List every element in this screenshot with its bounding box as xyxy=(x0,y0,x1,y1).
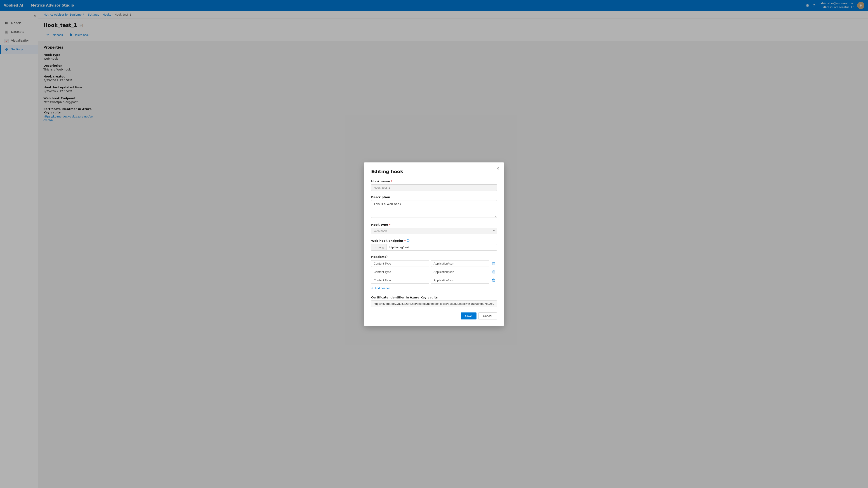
header-val-1[interactable] xyxy=(431,269,489,275)
endpoint-prefix: https:// xyxy=(371,244,386,251)
hook-name-label: Hook name * xyxy=(371,180,497,183)
cert-identifier-input[interactable] xyxy=(371,300,497,307)
cert-identifier-group: Certificate identifier in Azure Key vaul… xyxy=(371,296,497,307)
header-val-0[interactable] xyxy=(431,260,489,267)
webhook-endpoint-input[interactable] xyxy=(386,244,497,251)
header-key-0[interactable] xyxy=(371,260,429,267)
hook-type-select-wrapper: Web hook ▾ xyxy=(371,228,497,234)
add-header-plus-icon: + xyxy=(371,286,373,290)
hook-name-input[interactable] xyxy=(371,184,497,191)
info-icon[interactable]: ⓘ xyxy=(407,239,409,242)
hook-type-required: * xyxy=(389,223,391,226)
header-key-2[interactable] xyxy=(371,277,429,284)
modal-footer: Save Cancel xyxy=(371,313,497,320)
webhook-endpoint-required: * xyxy=(404,239,406,242)
add-header-button[interactable]: + Add header xyxy=(371,285,390,291)
add-header-label: Add header xyxy=(375,287,390,290)
cancel-button[interactable]: Cancel xyxy=(478,313,497,320)
hook-name-required: * xyxy=(391,180,392,183)
header-row-2: 🗑 xyxy=(371,277,497,284)
header-key-1[interactable] xyxy=(371,269,429,275)
modal-overlay: Editing hook ✕ Hook name * Description xyxy=(38,11,868,488)
description-label: Description xyxy=(371,195,497,199)
modal-title: Editing hook xyxy=(371,169,497,174)
header-row-0: 🗑 xyxy=(371,260,497,267)
save-button[interactable]: Save xyxy=(461,313,476,320)
header-row-1: 🗑 xyxy=(371,269,497,275)
main-content: Metrics Advisor for Equipment › Settings… xyxy=(38,11,868,488)
editing-hook-modal: Editing hook ✕ Hook name * Description xyxy=(364,162,504,326)
cert-identifier-label: Certificate identifier in Azure Key vaul… xyxy=(371,296,497,299)
hook-name-group: Hook name * xyxy=(371,180,497,191)
description-textarea[interactable] xyxy=(371,200,497,218)
modal-close-button[interactable]: ✕ xyxy=(496,166,500,170)
hook-type-group: Hook type * Web hook ▾ xyxy=(371,223,497,234)
hook-type-select[interactable]: Web hook xyxy=(371,228,497,234)
header-delete-0[interactable]: 🗑 xyxy=(491,261,497,266)
headers-label: Header(s) xyxy=(371,255,497,258)
description-group: Description xyxy=(371,195,497,219)
header-val-2[interactable] xyxy=(431,277,489,284)
webhook-endpoint-group: Web hook endpoint * ⓘ https:// xyxy=(371,239,497,251)
webhook-endpoint-label: Web hook endpoint * ⓘ xyxy=(371,239,497,242)
header-delete-1[interactable]: 🗑 xyxy=(491,269,497,274)
headers-section: Header(s) 🗑 🗑 🗑 xyxy=(371,255,497,291)
hook-type-label: Hook type * xyxy=(371,223,497,226)
endpoint-wrapper: https:// xyxy=(371,244,497,251)
header-delete-2[interactable]: 🗑 xyxy=(491,278,497,283)
main-layout: « ⊞ Models ▦ Datasets 📈 Visualization ⚙ … xyxy=(0,11,868,488)
